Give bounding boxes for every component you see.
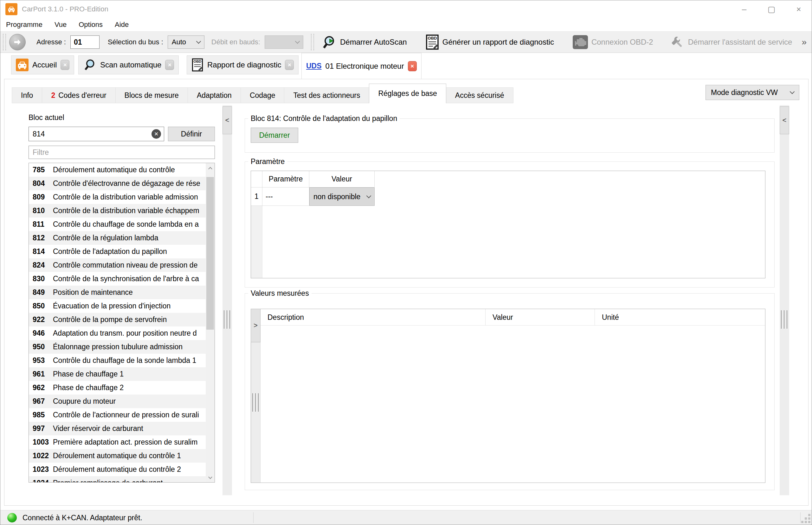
list-item[interactable]: 785 Déroulement automatique du contrôle [29, 163, 206, 177]
define-button[interactable]: Définir [168, 127, 215, 141]
tab-close-icon[interactable]: × [165, 60, 174, 70]
toolbar-drag-grip[interactable] [3, 34, 6, 50]
tab-blocs-de-mesure[interactable]: Blocs de mesure [115, 87, 188, 103]
list-item[interactable]: 962 Phase de chauffage 2 [29, 381, 206, 394]
block-label: Contrôle du chauffage de la sonde lambda… [53, 356, 206, 365]
list-item[interactable]: 950 Étalonnage pression tubulure admissi… [29, 340, 206, 354]
filter-input[interactable] [29, 146, 215, 159]
maximize-button[interactable]: ▢ [758, 0, 785, 18]
list-item[interactable]: 946 Adaptation du transm. pour position … [29, 327, 206, 340]
minimize-button[interactable]: – [730, 0, 758, 18]
tab-codage[interactable]: Codage [241, 87, 285, 103]
block-number: 804 [33, 179, 53, 188]
address-input[interactable] [70, 35, 100, 49]
scroll-up-icon[interactable] [206, 163, 215, 172]
list-item[interactable]: 1022 Déroulement automatique du contrôle… [29, 449, 206, 463]
toolbar: Adresse : Sélection du bus : Auto Débit … [0, 31, 812, 53]
bloc-814-group-title: Bloc 814: Contrôle de l'adaptation du pa… [248, 114, 400, 123]
tab-test-actionneurs[interactable]: Test des actionneurs [284, 87, 369, 103]
bus-select[interactable]: Auto [168, 35, 204, 49]
app-logo-car-icon [5, 3, 17, 15]
scroll-down-icon[interactable] [206, 473, 215, 482]
list-item[interactable]: 967 Coupure du moteur [29, 394, 206, 408]
list-item[interactable]: 824 Contrôle commutation niveau de press… [29, 258, 206, 272]
uds-protocol-badge: UDS [306, 62, 322, 70]
block-number-input[interactable] [29, 127, 164, 141]
list-item[interactable]: 1024 Premier remplissage de carburant [29, 476, 206, 482]
column-header-description[interactable]: Description [261, 309, 485, 326]
tab-close-icon[interactable]: × [408, 61, 417, 71]
left-panel-splitter: < [222, 105, 232, 495]
menu-vue[interactable]: Vue [53, 20, 73, 29]
tab-adaptation[interactable]: Adaptation [188, 87, 241, 103]
column-header-valeur[interactable]: Valeur [309, 171, 375, 188]
autoscan-button[interactable]: Démarrer AutoScan [317, 33, 411, 51]
measured-values-table: > Description Valeur Unité [251, 309, 765, 483]
tab-scan-automatique[interactable]: Scan automatique × [78, 56, 179, 74]
block-label: Contrôle de la synchronisation de l'arbr… [53, 274, 206, 283]
tab-acces-securise[interactable]: Accès sécurisé [446, 87, 513, 103]
splitter-drag-handle[interactable] [224, 310, 230, 329]
toolbar-overflow-chevron[interactable]: » [801, 37, 807, 47]
block-label: Déroulement automatique du contrôle 2 [53, 465, 206, 474]
collapse-left-panel-button[interactable]: < [222, 106, 232, 134]
list-item[interactable]: 849 Position de maintenance [29, 286, 206, 299]
toolbar-drag-grip[interactable] [311, 34, 314, 50]
block-label: Déroulement automatique du contrôle [53, 166, 206, 174]
block-number: 997 [33, 424, 53, 433]
window-resize-grip[interactable] [801, 514, 810, 523]
menu-options[interactable]: Options [77, 20, 109, 29]
bloc-814-groupbox: Bloc 814: Contrôle de l'adaptation du pa… [245, 118, 774, 153]
list-item[interactable]: 809 Contrôle de la distribution variable… [29, 190, 206, 204]
splitter-drag-handle[interactable] [781, 310, 787, 329]
list-item[interactable]: 814 Contrôle de l'adaptation du papillon [29, 245, 206, 258]
list-item[interactable]: 1023 Déroulement automatique du contrôle… [29, 463, 206, 476]
column-header-valeur[interactable]: Valeur [485, 309, 595, 326]
tab-electronique-moteur-active[interactable]: UDS 01 Electronique moteur × [301, 53, 422, 79]
parameter-value-select[interactable]: non disponible [309, 188, 375, 206]
menu-programme[interactable]: Programme [5, 20, 49, 29]
list-item[interactable]: 985 Contrôle de l'actionneur de pression… [29, 408, 206, 422]
list-scrollbar[interactable] [206, 163, 215, 482]
block-label: Étalonnage pression tubulure admission [53, 343, 206, 351]
start-button[interactable]: Démarrer [251, 127, 298, 143]
diagnostic-mode-select[interactable]: Mode diagnostic VW [706, 85, 799, 100]
list-item[interactable]: 922 Contrôle de la pompe de servofrein [29, 313, 206, 327]
address-label: Adresse : [37, 38, 66, 46]
list-item[interactable]: 804 Contrôle d'électrovanne de dégazage … [29, 177, 206, 190]
parameter-cell[interactable]: --- [262, 188, 309, 206]
block-label: Contrôle de la pompe de servofrein [53, 315, 206, 324]
measured-values-group-title: Valeurs mesurées [248, 289, 311, 298]
list-item[interactable]: 997 Vider réservoir de carburant [29, 422, 206, 435]
column-header-parametre[interactable]: Paramètre [262, 171, 309, 188]
collapse-right-panel-button[interactable]: < [780, 106, 789, 134]
block-label: Phase de chauffage 2 [53, 384, 206, 392]
scrollbar-thumb[interactable] [206, 177, 214, 330]
list-item[interactable]: 810 Contrôle de la distribution variable… [29, 204, 206, 217]
block-label: Contrôle d'électrovanne de dégazage de r… [53, 179, 206, 188]
connect-arrow-button[interactable] [9, 34, 26, 50]
list-item[interactable]: 830 Contrôle de la synchronisation de l'… [29, 272, 206, 286]
tab-reglages-de-base-active[interactable]: Réglages de base [369, 84, 446, 103]
close-button[interactable]: × [785, 0, 812, 18]
list-item[interactable]: 1003 Première adaptation act. pression d… [29, 435, 206, 449]
splitter-drag-handle[interactable] [252, 393, 259, 411]
tab-rapport-diagnostic[interactable]: OBD Rapport de diagnostic × [187, 56, 299, 74]
column-header-unite[interactable]: Unité [595, 309, 765, 326]
list-item[interactable]: 953 Contrôle du chauffage de la sonde la… [29, 354, 206, 367]
tab-accueil[interactable]: Accueil × [11, 56, 74, 74]
tab-info[interactable]: Info [12, 87, 42, 103]
menu-aide[interactable]: Aide [114, 20, 135, 29]
list-item[interactable]: 850 Évacuation de la pression d'injectio… [29, 299, 206, 313]
tab-codes-erreur[interactable]: 2 Codes d'erreur [42, 87, 115, 103]
report-button[interactable]: OBD Générer un rapport de diagnostic [421, 33, 559, 51]
right-panel-splitter: < [780, 105, 789, 495]
tab-close-icon[interactable]: × [60, 60, 69, 70]
list-item[interactable]: 812 Contrôle de la régulation lambda [29, 231, 206, 245]
clear-input-icon[interactable]: ✕ [151, 129, 161, 139]
autoscan-magnifier-icon [322, 34, 337, 50]
tab-close-icon[interactable]: × [285, 60, 294, 70]
expand-panel-button[interactable]: > [251, 309, 261, 342]
list-item[interactable]: 961 Phase de chauffage 1 [29, 367, 206, 381]
list-item[interactable]: 811 Contrôle du chauffage de sonde lambd… [29, 217, 206, 231]
